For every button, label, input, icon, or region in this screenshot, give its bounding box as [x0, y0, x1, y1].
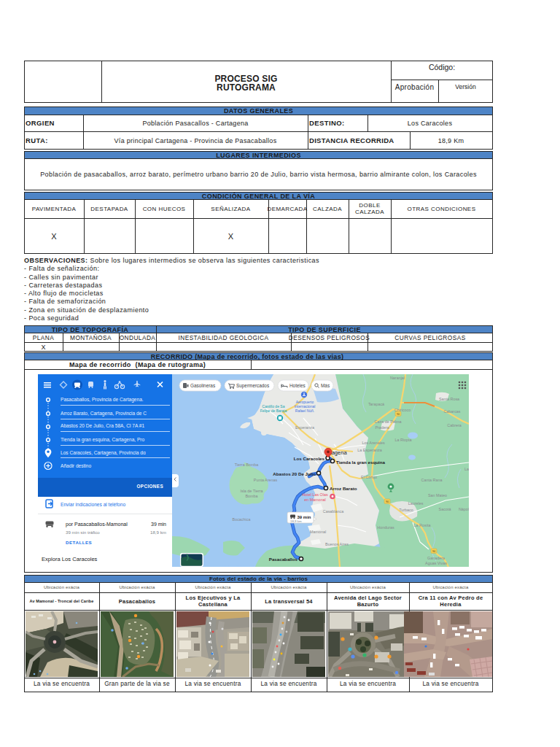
svg-text:Punta Arenas: Punta Arenas	[254, 478, 278, 482]
svg-text:Tienda la gran esquina: Tienda la gran esquina	[336, 460, 385, 465]
svg-text:Tarapacá: Tarapacá	[368, 402, 384, 406]
svg-text:La Riopta: La Riopta	[394, 438, 411, 442]
svg-text:Cabrera: Cabrera	[447, 423, 461, 427]
svg-text:La Rosita: La Rosita	[414, 523, 431, 527]
svg-text:Pradera: Pradera	[375, 425, 389, 430]
svg-text:Sacotá: Sacotá	[439, 507, 451, 511]
svg-text:Bomba: Bomba	[245, 494, 257, 498]
svg-text:Bocachica: Bocachica	[233, 517, 251, 522]
svg-text:Isla de Tierra: Isla de Tierra	[240, 489, 262, 493]
svg-text:Arroz Barato: Arroz Barato	[330, 486, 357, 491]
svg-text:Rafael Núñ.: Rafael Núñ.	[295, 409, 314, 413]
svg-text:Los Caracoles: Los Caracoles	[294, 456, 325, 461]
svg-text:90: 90	[432, 550, 435, 553]
svg-text:La: La	[464, 467, 469, 471]
svg-text:Abastos 20 De Julio: Abastos 20 De Julio	[273, 471, 316, 476]
svg-text:39 min: 39 min	[298, 515, 311, 519]
svg-text:Casablanca: Casablanca	[323, 509, 343, 514]
svg-text:Más: Más	[321, 383, 330, 388]
svg-text:Cabarcas: Cabarcas	[443, 409, 460, 414]
svg-text:Hoteles: Hoteles	[289, 383, 306, 388]
svg-text:Ganadera: Ganadera	[427, 556, 445, 560]
svg-text:Felipe de Baraja: Felipe de Baraja	[260, 409, 287, 413]
svg-text:Aguas Vivas: Aguas Vivas	[425, 561, 447, 565]
svg-text:Turbaco: Turbaco	[399, 508, 413, 512]
svg-text:Mamonal: Mamonal	[310, 530, 326, 534]
svg-text:Esperanza: Esperanza	[295, 425, 314, 430]
svg-text:Laureles: Laureles	[408, 501, 424, 506]
svg-text:Tierra Bomba: Tierra Bomba	[235, 462, 258, 467]
svg-text:Santa Rosa: Santa Rosa	[439, 397, 459, 401]
svg-text:Gasolineras: Gasolineras	[190, 383, 215, 388]
svg-text:Caza de Palma: Caza de Palma	[375, 419, 402, 424]
svg-text:Naranjal: Naranjal	[390, 376, 405, 380]
svg-text:Buenos Aires: Buenos Aires	[325, 542, 349, 546]
svg-text:90: 90	[386, 500, 389, 503]
svg-text:El Cortijo: El Cortijo	[361, 475, 377, 479]
svg-text:18,9 km: 18,9 km	[290, 519, 302, 523]
svg-text:90: 90	[397, 413, 400, 416]
svg-text:Hotel Las Olas: Hotel Las Olas	[302, 492, 328, 497]
svg-text:Pasacaballos: Pasacaballos	[269, 557, 298, 562]
svg-text:Supermercados: Supermercados	[236, 383, 269, 389]
svg-text:Nápol: Nápol	[459, 507, 469, 511]
svg-text:La Esperanza: La Esperanza	[357, 448, 381, 452]
svg-text:Canta Rana: Canta Rana	[421, 478, 443, 482]
svg-text:en Mamonal: en Mamonal	[304, 498, 326, 502]
svg-text:Honduras: Honduras	[377, 525, 394, 530]
svg-text:Los Arenales: Los Arenales	[362, 441, 384, 445]
svg-text:San Mateo: San Mateo	[428, 493, 447, 498]
